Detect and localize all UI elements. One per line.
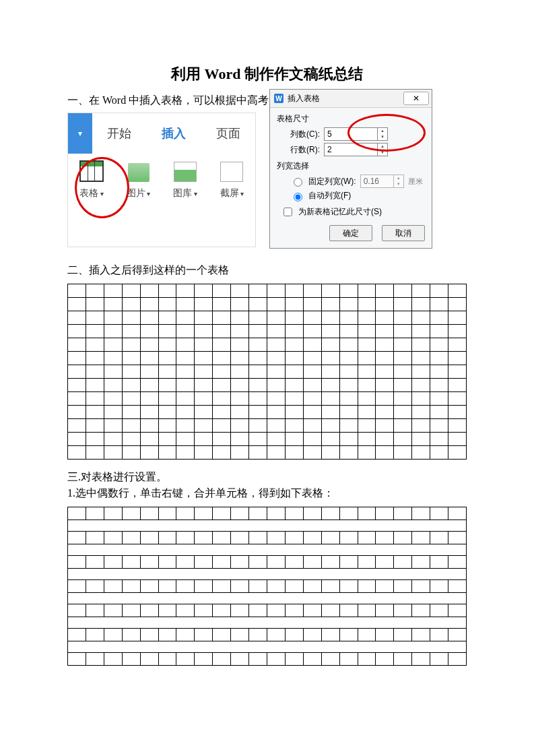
- grid-cell: [339, 446, 358, 460]
- grid-cell: [448, 507, 467, 520]
- grid-cell: [68, 379, 86, 392]
- grid-cell: [267, 604, 285, 617]
- grid-cell: [412, 352, 430, 365]
- grid-cell: [412, 379, 430, 392]
- grid-cell: [140, 580, 158, 593]
- grid-cell: [140, 532, 158, 544]
- grid-cell: [267, 311, 285, 325]
- grid-cell: [122, 433, 140, 446]
- auto-width-radio[interactable]: [294, 193, 302, 201]
- grid-cell: [339, 604, 358, 617]
- grid-cell: [213, 379, 231, 392]
- grid-cell: [140, 433, 158, 446]
- grid-cell: [231, 365, 249, 379]
- columns-spinner[interactable]: ▲▼: [324, 127, 388, 141]
- grid-cell: [122, 352, 140, 365]
- spinner-arrows-icon[interactable]: ▲▼: [393, 175, 403, 187]
- grid-cell: [231, 532, 249, 544]
- grid-cell: [412, 653, 430, 666]
- grid-cell: [339, 325, 358, 338]
- columns-input[interactable]: [325, 128, 377, 140]
- grid-cell: [430, 556, 448, 569]
- fixed-width-radio[interactable]: [294, 178, 302, 187]
- grid-cell: [140, 325, 158, 338]
- grid-cell: [285, 556, 303, 569]
- tab-insert[interactable]: 插入: [147, 113, 201, 154]
- picture-button[interactable]: 图片 ▾: [127, 163, 151, 199]
- grid-cell: [339, 419, 358, 433]
- merged-gap-row: [68, 641, 467, 653]
- grid-cell: [140, 629, 158, 641]
- screenshot-button[interactable]: 截屏 ▾: [220, 162, 244, 199]
- ok-button[interactable]: 确定: [329, 225, 372, 241]
- table-button[interactable]: 表格 ▾: [79, 160, 104, 199]
- grid-cell: [267, 433, 285, 446]
- grid-cell: [231, 580, 249, 593]
- grid-cell: [249, 311, 267, 325]
- ribbon-screenshot: ▾ 开始 插入 页面 表格 ▾ 图片 ▾ 图库 ▾: [67, 113, 256, 247]
- grid-cell: [267, 338, 285, 352]
- grid-cell: [267, 580, 285, 593]
- remember-size-checkbox[interactable]: [283, 208, 292, 216]
- grid-cell: [231, 419, 249, 433]
- grid-cell: [303, 532, 321, 544]
- grid-cell: [285, 365, 303, 379]
- grid-cell: [285, 433, 303, 446]
- table-button-label: 表格 ▾: [79, 187, 104, 199]
- grid-cell: [430, 507, 448, 520]
- grid-cell: [176, 284, 195, 298]
- rows-input[interactable]: [325, 144, 377, 156]
- grid-cell: [321, 338, 339, 352]
- tab-page-layout[interactable]: 页面: [201, 113, 255, 154]
- grid-cell: [104, 338, 122, 352]
- grid-cell: [86, 507, 104, 520]
- grid-cell: [412, 446, 430, 460]
- grid-cell: [158, 284, 176, 298]
- grid-cell: [249, 352, 267, 365]
- grid-cell: [104, 365, 122, 379]
- tab-start[interactable]: 开始: [92, 113, 147, 154]
- grid-cell: [394, 311, 412, 325]
- grid-cell: [122, 604, 140, 617]
- grid-cell: [321, 629, 339, 641]
- grid-cell: [213, 604, 231, 617]
- fixed-width-spinner[interactable]: ▲▼: [360, 175, 404, 188]
- gallery-button[interactable]: 图库 ▾: [173, 162, 197, 199]
- ribbon-menu-dropdown[interactable]: ▾: [68, 113, 92, 154]
- grid-cell: [285, 298, 303, 311]
- grid-cell: [176, 580, 195, 593]
- grid-cell: [321, 433, 339, 446]
- grid-cell: [285, 392, 303, 406]
- grid-cell: [303, 365, 321, 379]
- grid-cell: [358, 556, 376, 569]
- spinner-arrows-icon[interactable]: ▲▼: [377, 144, 387, 156]
- grid-cell: [231, 352, 249, 365]
- grid-cell: [285, 406, 303, 419]
- rows-spinner[interactable]: ▲▼: [324, 143, 388, 156]
- fixed-width-input[interactable]: [361, 175, 393, 187]
- grid-cell: [321, 604, 339, 617]
- grid-cell: [86, 604, 104, 617]
- grid-cell: [158, 604, 176, 617]
- grid-cell: [122, 406, 140, 419]
- grid-cell: [68, 556, 86, 569]
- grid-cell: [158, 352, 176, 365]
- fixed-width-unit: 厘米: [408, 177, 423, 187]
- grid-cell: [376, 379, 394, 392]
- grid-cell: [195, 653, 213, 666]
- cancel-button[interactable]: 取消: [382, 225, 425, 241]
- grid-cell: [104, 298, 122, 311]
- grid-cell: [140, 556, 158, 569]
- grid-cell: [140, 604, 158, 617]
- grid-cell: [122, 379, 140, 392]
- grid-cell: [303, 419, 321, 433]
- spinner-arrows-icon[interactable]: ▲▼: [377, 128, 387, 140]
- group-width-label: 列宽选择: [277, 160, 425, 172]
- close-button[interactable]: ✕: [403, 92, 429, 105]
- grid-cell: [303, 629, 321, 641]
- grid-cell: [394, 580, 412, 593]
- grid-cell: [430, 325, 448, 338]
- grid-cell: [195, 580, 213, 593]
- grid-cell: [303, 352, 321, 365]
- grid-cell: [358, 365, 376, 379]
